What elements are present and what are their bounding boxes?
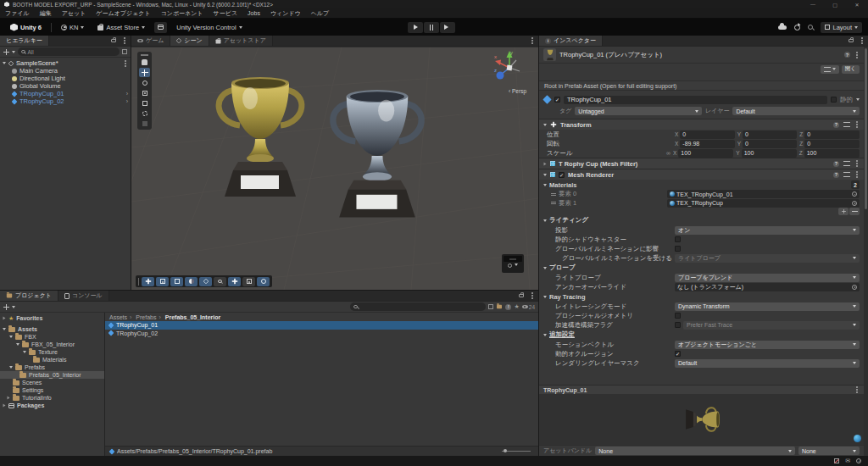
object-picker-icon[interactable] <box>852 191 857 197</box>
hierarchy-search-input[interactable]: All <box>18 47 120 56</box>
rect-tool-button[interactable] <box>139 98 150 108</box>
collapsed-overlay[interactable] <box>502 254 524 273</box>
scene-visibility-icon[interactable] <box>122 49 127 54</box>
close-button[interactable]: ✕ <box>850 2 864 8</box>
menu-assets[interactable]: アセット <box>62 9 86 18</box>
camera-overlay-button[interactable] <box>242 277 255 286</box>
tab-scene[interactable]: シーン <box>170 36 209 46</box>
material-0-field[interactable]: TEX_TRophyCup_01 <box>667 190 860 198</box>
breadcrumb-assets[interactable]: Assets <box>109 314 134 320</box>
tree-favorites[interactable]: ★Favorites <box>0 314 104 322</box>
notifications-muted-icon[interactable] <box>834 458 839 463</box>
tree-materials[interactable]: Materials <box>0 356 104 363</box>
foldout-caret[interactable] <box>543 267 547 269</box>
scene-viewport[interactable]: y x z ‹ Persp <box>131 47 538 290</box>
check-circle-icon[interactable]: ✓ <box>856 458 861 463</box>
move-overlay-button[interactable] <box>142 277 154 286</box>
hierarchy-item-trophycup-02[interactable]: TRophyCup_02 › <box>0 97 131 105</box>
drag-handle-icon[interactable] <box>551 193 556 196</box>
menu-component[interactable]: コンポーネント <box>161 9 203 18</box>
search-icon[interactable] <box>808 25 813 30</box>
foldout-caret[interactable] <box>543 219 547 222</box>
help-icon[interactable]: ? <box>844 52 850 58</box>
static-dropdown-caret[interactable] <box>856 98 860 101</box>
tree-fbx-05-interior[interactable]: FBX_05_Interior <box>0 341 104 348</box>
tab-hierarchy[interactable]: ヒエラルキー <box>0 36 49 46</box>
motion-vectors-dropdown[interactable]: オブジェクトモーションごと <box>675 341 860 349</box>
menu-edit[interactable]: 編集 <box>40 9 52 18</box>
prefab-open-chevron[interactable]: › <box>126 98 128 104</box>
history-icon[interactable] <box>794 25 800 31</box>
tab-asset-store[interactable]: アセットストア <box>209 36 273 46</box>
hierarchy-item-global-volume[interactable]: Global Volume <box>0 82 131 90</box>
menu-file[interactable]: ファイル <box>5 9 30 18</box>
dynamic-occlusion-checkbox[interactable]: ✓ <box>675 351 681 357</box>
play-button[interactable] <box>408 22 423 33</box>
link-scale-icon[interactable]: ∞ <box>666 150 670 156</box>
inspector-scrollbar[interactable] <box>864 47 868 456</box>
preview-header[interactable]: TRophyCup_01 <box>539 385 864 394</box>
procedural-geometry-checkbox[interactable] <box>675 313 681 319</box>
render-overlay-button[interactable] <box>170 277 183 286</box>
open-prefab-button[interactable]: 開く <box>842 65 860 74</box>
foldout-caret[interactable] <box>543 334 547 336</box>
rendering-layer-mask-dropdown[interactable]: Default <box>675 359 860 368</box>
search-in-icon[interactable] <box>488 304 493 309</box>
file-trophycup-01[interactable]: TRophyCup_01 <box>105 321 538 330</box>
hierarchy-item-trophycup-01[interactable]: TRophyCup_01 › <box>0 90 131 97</box>
kebab-menu-icon[interactable] <box>531 295 533 297</box>
add-material-button[interactable] <box>838 208 849 215</box>
breadcrumb-prefabs[interactable]: Prefabs <box>136 314 163 320</box>
foldout-caret[interactable] <box>543 124 547 126</box>
tree-scenes[interactable]: Scenes <box>0 379 104 386</box>
gameobject-name-field[interactable]: TRophyCup_01 <box>564 96 827 104</box>
kebab-menu-icon[interactable] <box>856 163 858 164</box>
scale-z-field[interactable]: 100 <box>804 149 860 158</box>
object-picker-icon[interactable] <box>852 201 857 206</box>
step-button[interactable] <box>440 22 455 33</box>
kebab-menu-icon[interactable] <box>856 389 858 391</box>
cast-shadows-dropdown[interactable]: オン <box>675 226 860 235</box>
overlay-grip[interactable] <box>138 278 140 286</box>
lighting-foldout[interactable]: ライティング <box>539 215 864 225</box>
create-asset-button[interactable] <box>3 304 9 310</box>
favorites-star-icon[interactable]: ★ <box>514 303 519 310</box>
pan-overlay-button[interactable] <box>228 277 241 286</box>
scale-tool-button[interactable] <box>139 88 150 97</box>
assetbundle-dropdown[interactable]: None <box>595 447 795 455</box>
tag-dropdown[interactable]: Untagged <box>575 107 702 115</box>
lock-icon[interactable] <box>519 294 524 298</box>
project-search-input[interactable] <box>350 302 486 311</box>
moon-overlay-button[interactable] <box>185 277 198 286</box>
tab-game[interactable]: ゲーム <box>131 36 170 46</box>
tree-tutorialinfo[interactable]: TutorialInfo <box>0 394 104 402</box>
breadcrumb-current[interactable]: Prefabs_05_Interior <box>165 314 220 320</box>
menu-help[interactable]: ヘルプ <box>311 9 330 18</box>
package-manager-button[interactable] <box>154 22 167 33</box>
transform-header[interactable]: Transform ? <box>539 119 864 130</box>
add-object-button[interactable] <box>3 49 9 55</box>
rotation-y-field[interactable]: 0 <box>743 140 797 148</box>
kebab-menu-icon[interactable] <box>856 54 858 56</box>
tree-texture[interactable]: Texture <box>0 348 104 356</box>
foldout-caret[interactable] <box>544 162 547 165</box>
version-control-button[interactable]: Unity Version Control <box>172 22 246 33</box>
tab-console[interactable]: コンソール <box>58 291 109 301</box>
foldout-caret[interactable] <box>543 184 547 186</box>
mesh-filter-header[interactable]: T Rophy Cup (Mesh Filter) ? <box>539 158 864 169</box>
mail-icon[interactable]: ✉ <box>845 458 850 464</box>
static-checkbox[interactable] <box>831 97 837 103</box>
rotation-z-field[interactable]: 0 <box>804 140 860 148</box>
properties-button[interactable] <box>821 65 839 74</box>
layout-button[interactable]: Layout <box>821 22 862 33</box>
thumbnail-size-slider[interactable] <box>502 451 531 452</box>
materials-count-field[interactable]: 2 <box>851 180 860 189</box>
ray-tracing-foldout[interactable]: Ray Tracing <box>539 291 864 302</box>
position-y-field[interactable]: 0 <box>743 130 797 139</box>
custom-tool-button[interactable] <box>139 119 150 128</box>
light-probes-dropdown[interactable]: プローブをブレンド <box>675 274 860 282</box>
pause-button[interactable] <box>424 22 439 33</box>
menu-jobs[interactable]: Jobs <box>248 10 260 16</box>
transform-tool-button[interactable] <box>139 108 150 118</box>
tree-assets[interactable]: Assets <box>0 325 104 333</box>
